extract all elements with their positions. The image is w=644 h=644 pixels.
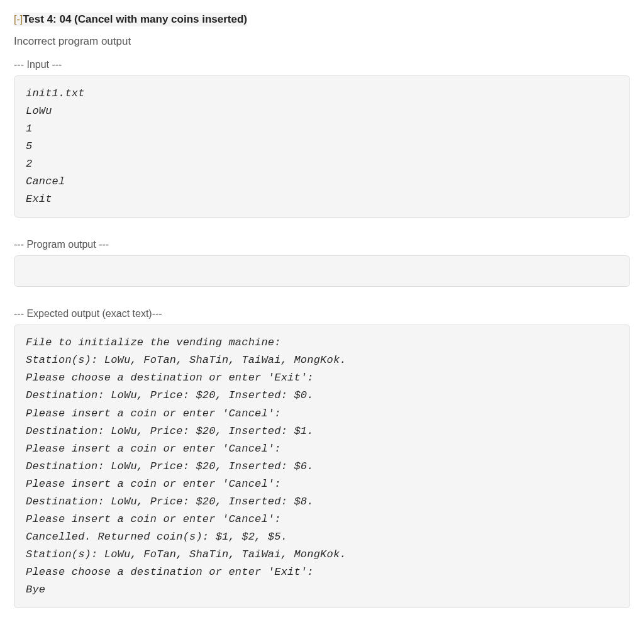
- expected-output-content: File to initialize the vending machine: …: [14, 325, 630, 608]
- test-header: [-]Test 4: 04 (Cancel with many coins in…: [14, 13, 247, 26]
- input-section-label: --- Input ---: [14, 59, 630, 70]
- program-output-content: [14, 255, 630, 287]
- input-content: init1.txt LoWu 1 5 2 Cancel Exit: [14, 75, 630, 218]
- expected-output-section-label: --- Expected output (exact text)---: [14, 308, 630, 319]
- program-output-section-label: --- Program output ---: [14, 239, 630, 250]
- test-title: Test 4: 04 (Cancel with many coins inser…: [23, 13, 247, 25]
- collapse-toggle[interactable]: [-]: [14, 14, 23, 25]
- result-subtitle: Incorrect program output: [14, 35, 630, 48]
